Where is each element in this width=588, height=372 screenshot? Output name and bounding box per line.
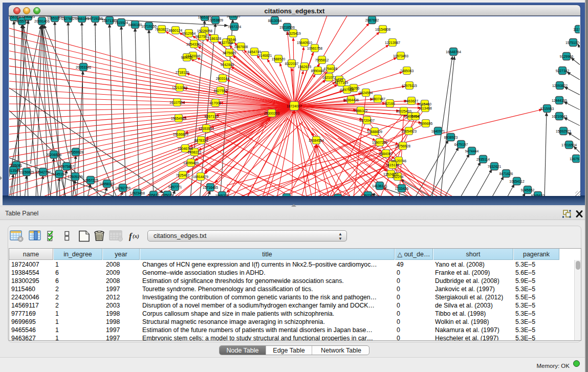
svg-text:10807487: 10807487 — [370, 97, 385, 101]
svg-text:16210643: 16210643 — [552, 115, 567, 118]
svg-text:935872: 935872 — [148, 193, 160, 197]
svg-text:8215953: 8215953 — [540, 107, 554, 111]
svg-text:3875685: 3875685 — [223, 51, 236, 55]
svg-text:10958107: 10958107 — [99, 182, 115, 186]
svg-text:9699695: 9699695 — [419, 122, 433, 125]
svg-text:16154808: 16154808 — [375, 28, 390, 31]
svg-text:14136141: 14136141 — [372, 184, 387, 188]
svg-text:20206536: 20206536 — [46, 153, 61, 157]
svg-text:3624554: 3624554 — [359, 91, 373, 95]
svg-text:1113468: 1113468 — [419, 106, 432, 110]
svg-text:16053809: 16053809 — [208, 18, 223, 22]
svg-text:9245652: 9245652 — [521, 188, 535, 192]
svg-text:7632621: 7632621 — [488, 165, 502, 168]
svg-text:19218506: 19218506 — [279, 26, 295, 29]
svg-text:8186328: 8186328 — [208, 37, 222, 40]
svg-text:12975115: 12975115 — [402, 84, 417, 87]
svg-text:111745: 111745 — [573, 28, 584, 31]
svg-text:1733426: 1733426 — [395, 187, 409, 190]
svg-text:9146821: 9146821 — [258, 54, 272, 57]
svg-text:25300203: 25300203 — [264, 112, 279, 115]
svg-text:19654923: 19654923 — [401, 129, 417, 133]
svg-text:17016504: 17016504 — [561, 143, 577, 147]
svg-text:1257203: 1257203 — [361, 194, 375, 198]
svg-text:18724007: 18724007 — [287, 104, 302, 108]
svg-text:17359928: 17359928 — [68, 150, 83, 154]
svg-text:6497568: 6497568 — [340, 88, 354, 92]
svg-text:2718126: 2718126 — [176, 71, 189, 74]
svg-text:9115460: 9115460 — [418, 102, 431, 106]
svg-text:15907249: 15907249 — [372, 141, 387, 144]
svg-text:19756928: 19756928 — [395, 144, 410, 148]
svg-text:15716485: 15716485 — [203, 186, 218, 189]
svg-text:16046768: 16046768 — [178, 147, 193, 150]
svg-text:8267130: 8267130 — [205, 115, 219, 118]
svg-text:12942737: 12942737 — [35, 170, 51, 174]
svg-text:12444195: 12444195 — [552, 99, 567, 102]
svg-text:9327508: 9327508 — [220, 41, 233, 45]
svg-text:1065273: 1065273 — [215, 194, 229, 198]
svg-text:8322037: 8322037 — [285, 62, 299, 65]
svg-text:7857224: 7857224 — [228, 25, 242, 29]
svg-text:2867608: 2867608 — [234, 45, 248, 49]
svg-text:10653267: 10653267 — [47, 16, 62, 20]
svg-text:15640910: 15640910 — [297, 41, 312, 45]
svg-text:20364436: 20364436 — [343, 98, 359, 102]
svg-text:9053810: 9053810 — [227, 14, 241, 18]
svg-text:12093822: 12093822 — [552, 84, 568, 87]
svg-text:11156829: 11156829 — [19, 170, 34, 174]
svg-text:9404: 9404 — [411, 115, 419, 118]
svg-text:20691406: 20691406 — [34, 19, 50, 23]
svg-text:9242848: 9242848 — [221, 63, 234, 67]
svg-text:10973493: 10973493 — [393, 54, 408, 58]
svg-text:1615132: 1615132 — [386, 163, 400, 167]
svg-text:917006: 917006 — [210, 101, 222, 105]
svg-text:1167533: 1167533 — [570, 157, 583, 161]
svg-text:9463627: 9463627 — [405, 99, 419, 103]
svg-text:12923468: 12923468 — [129, 191, 145, 195]
svg-text:20053346: 20053346 — [76, 65, 91, 69]
svg-text:6498222: 6498222 — [188, 150, 202, 154]
svg-text:3913544: 3913544 — [7, 169, 20, 172]
svg-text:8427552: 8427552 — [214, 89, 228, 93]
svg-text:2935114: 2935114 — [476, 158, 490, 161]
svg-text:9474444: 9474444 — [465, 149, 479, 153]
svg-text:19384554: 19384554 — [309, 139, 324, 142]
svg-text:14099489: 14099489 — [183, 161, 199, 165]
svg-text:835081: 835081 — [11, 164, 23, 167]
svg-text:1562615: 1562615 — [298, 65, 312, 69]
svg-text:16543382: 16543382 — [186, 42, 202, 46]
svg-text:10654112: 10654112 — [509, 180, 525, 183]
svg-text:9827503: 9827503 — [195, 35, 209, 38]
svg-text:12353594: 12353594 — [199, 127, 214, 130]
svg-text:19654985: 19654985 — [171, 117, 186, 120]
svg-text:1588520: 1588520 — [272, 57, 286, 61]
svg-text:989015: 989015 — [181, 56, 193, 59]
svg-text:7296825: 7296825 — [21, 15, 35, 18]
svg-text:6479197: 6479197 — [454, 143, 468, 146]
svg-text:11325419: 11325419 — [286, 32, 301, 35]
svg-text:9245632: 9245632 — [531, 194, 545, 198]
svg-text:12213383: 12213383 — [172, 86, 187, 90]
svg-text:1640971: 1640971 — [431, 129, 445, 133]
svg-text:15692971: 15692971 — [556, 129, 571, 133]
svg-text:62160: 62160 — [385, 102, 395, 105]
svg-text:16782759: 16782759 — [115, 186, 130, 190]
svg-text:10719155: 10719155 — [141, 25, 157, 28]
svg-text:10025433: 10025433 — [396, 110, 411, 113]
svg-text:1621072: 1621072 — [322, 76, 336, 79]
svg-text:9129966: 9129966 — [560, 55, 574, 58]
svg-text:8813054: 8813054 — [268, 19, 282, 23]
svg-text:8454749: 8454749 — [248, 50, 262, 54]
svg-text:15720407: 15720407 — [359, 119, 375, 122]
svg-text:1145194: 1145194 — [53, 172, 66, 176]
svg-text:8912954: 8912954 — [182, 32, 196, 35]
svg-text:16914479: 16914479 — [193, 175, 208, 179]
svg-text:7485063: 7485063 — [400, 69, 414, 73]
svg-text:8878334: 8878334 — [194, 139, 208, 142]
svg-text:10688609: 10688609 — [367, 130, 382, 134]
svg-text:17957225: 17957225 — [83, 179, 98, 182]
svg-text:8471626: 8471626 — [499, 172, 513, 176]
svg-text:12213987: 12213987 — [385, 41, 400, 45]
svg-text:15226058: 15226058 — [197, 29, 212, 33]
